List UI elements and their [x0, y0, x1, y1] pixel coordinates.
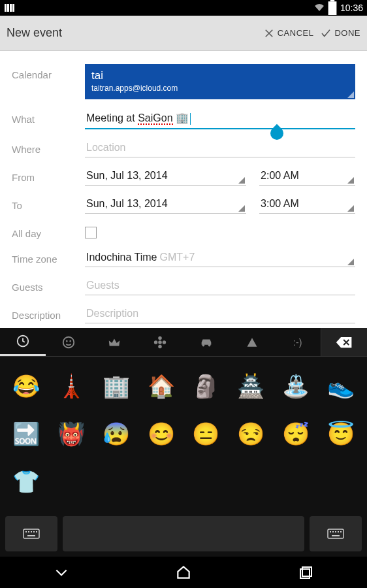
event-title-input[interactable]: Meeting at SaiGon 🏢	[85, 108, 355, 129]
emoji-key[interactable]: 😴	[278, 417, 314, 450]
status-time: 10:36	[340, 3, 363, 13]
emoji-key[interactable]: 🏢	[98, 370, 135, 402]
svg-rect-18	[25, 531, 27, 532]
emoji-tab-places[interactable]	[184, 328, 229, 356]
text-smiley-icon: :-)	[293, 337, 302, 348]
to-date-picker[interactable]: Sun, Jul 13, 2014	[85, 195, 246, 214]
guests-input[interactable]: Guests	[85, 276, 355, 295]
calendar-email: taitran.apps@icloud.com	[91, 84, 349, 93]
building-emoji-icon: 🏢	[176, 112, 189, 123]
from-date-picker[interactable]: Sun, Jul 13, 2014	[85, 167, 246, 186]
svg-rect-1	[7, 4, 9, 12]
keyboard-bottom-row	[0, 511, 367, 557]
emoji-tab-text[interactable]: :-)	[275, 328, 321, 356]
cancel-button[interactable]: CANCEL	[263, 27, 314, 39]
svg-rect-22	[36, 531, 37, 532]
keyboard-icon	[327, 527, 345, 540]
from-label: From	[12, 167, 85, 183]
svg-rect-25	[330, 531, 331, 532]
dropdown-indicator-icon	[347, 259, 354, 265]
emoji-key[interactable]: 🔜	[8, 417, 44, 450]
from-time-picker[interactable]: 2:00 AM	[259, 167, 355, 186]
timezone-selector[interactable]: Indochina TimeGMT+7	[85, 248, 355, 267]
emoji-tab-faces[interactable]	[46, 328, 91, 356]
signal-bars-icon	[4, 3, 14, 13]
switch-keyboard-key-right[interactable]	[310, 516, 362, 551]
emoji-key[interactable]: 🗿	[187, 370, 224, 402]
svg-rect-2	[10, 4, 12, 12]
svg-rect-28	[338, 531, 339, 532]
dropdown-indicator-icon	[347, 91, 354, 98]
smiley-icon	[61, 335, 76, 350]
android-nav-bar	[0, 557, 367, 588]
emoji-key[interactable]: 👕	[8, 465, 44, 498]
emoji-key[interactable]: 😊	[143, 417, 180, 450]
svg-point-8	[67, 340, 67, 341]
emoji-tab-objects[interactable]	[91, 328, 137, 356]
emoji-key[interactable]: 🗼	[53, 370, 89, 402]
allday-checkbox[interactable]	[85, 227, 97, 238]
emoji-key[interactable]: 👟	[323, 370, 359, 402]
clock-icon	[16, 334, 30, 348]
svg-rect-29	[340, 531, 342, 532]
text-cursor	[190, 113, 191, 125]
event-form: Calendar tai taitran.apps@icloud.com Wha…	[0, 51, 367, 328]
emoji-key[interactable]: 🏠	[143, 370, 180, 402]
emoji-tab-symbols[interactable]	[229, 328, 275, 356]
nav-recent-button[interactable]	[279, 562, 332, 583]
svg-rect-26	[332, 531, 334, 532]
car-icon	[199, 335, 214, 350]
check-icon	[320, 27, 332, 39]
chevron-down-icon	[53, 564, 70, 581]
dropdown-indicator-icon	[238, 205, 245, 212]
location-input[interactable]: Location	[85, 139, 355, 157]
svg-rect-27	[335, 531, 336, 532]
calendar-selector[interactable]: tai taitran.apps@icloud.com	[85, 64, 355, 99]
emoji-key[interactable]: 😂	[8, 370, 44, 402]
guests-label: Guests	[12, 276, 85, 293]
svg-point-13	[154, 340, 158, 344]
dropdown-indicator-icon	[347, 177, 354, 184]
cancel-label: CANCEL	[278, 28, 314, 38]
svg-rect-17	[24, 529, 39, 538]
timezone-label: Time zone	[12, 248, 85, 265]
spacebar-key[interactable]	[63, 516, 304, 551]
emoji-key[interactable]: 😒	[232, 417, 269, 450]
svg-point-16	[208, 344, 210, 346]
svg-point-15	[202, 344, 204, 346]
emoji-key[interactable]: 😇	[323, 417, 359, 450]
description-label: Description	[12, 304, 85, 321]
switch-keyboard-key[interactable]	[5, 516, 57, 551]
backspace-icon	[336, 336, 353, 349]
emoji-key[interactable]: ⛲	[278, 370, 314, 402]
allday-label: All day	[12, 223, 85, 239]
description-input[interactable]: Description	[85, 304, 355, 323]
svg-point-14	[163, 340, 167, 344]
keyboard-icon	[22, 527, 40, 540]
android-status-bar: 10:36	[0, 0, 367, 16]
nav-back-button[interactable]	[35, 562, 88, 583]
wifi-icon	[314, 3, 325, 13]
app-title-bar: New event CANCEL DONE	[0, 16, 367, 51]
battery-icon	[327, 3, 338, 13]
done-button[interactable]: DONE	[320, 27, 360, 39]
flower-icon	[153, 335, 167, 350]
emoji-key[interactable]: 😰	[98, 417, 135, 450]
svg-rect-20	[31, 531, 32, 532]
emoji-tab-nature[interactable]	[137, 328, 183, 356]
svg-point-10	[159, 340, 163, 344]
emoji-key[interactable]: 😑	[187, 417, 224, 450]
svg-rect-30	[332, 535, 340, 536]
emoji-key[interactable]: 👹	[53, 417, 89, 450]
nav-home-button[interactable]	[157, 562, 210, 583]
done-label: DONE	[334, 28, 360, 38]
emoji-keyboard: :-) 😂 🗼 🏢 🏠 🗿 🏯 ⛲ 👟 🔜 👹 😰 😊 😑 😒 😴 😇 👕	[0, 328, 367, 557]
to-time-picker[interactable]: 3:00 AM	[259, 195, 355, 214]
backspace-key[interactable]	[321, 328, 367, 356]
emoji-key[interactable]: 🏯	[232, 370, 269, 402]
svg-rect-5	[330, 0, 334, 1]
calendar-label: Calendar	[12, 64, 85, 80]
svg-point-11	[159, 336, 163, 340]
emoji-tab-recent[interactable]	[0, 328, 46, 356]
svg-point-7	[63, 336, 74, 348]
